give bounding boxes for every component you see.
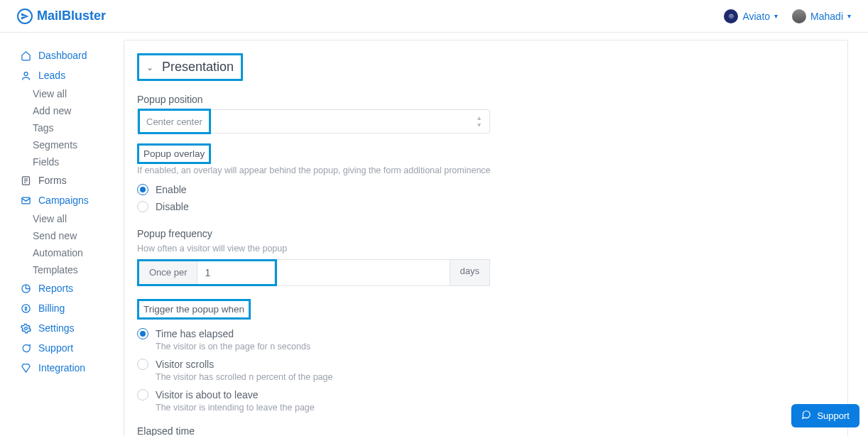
frequency-spacer[interactable] bbox=[277, 259, 450, 286]
form-icon bbox=[20, 175, 31, 186]
sidebar-item-settings[interactable]: Settings bbox=[20, 318, 121, 338]
chat-bubble-icon bbox=[801, 410, 811, 422]
avatar bbox=[792, 9, 806, 23]
radio-leave-label: Visitor is about to leave bbox=[156, 389, 259, 400]
sidebar-sub-camp-automation[interactable]: Automation bbox=[20, 244, 121, 261]
sidebar-item-leads[interactable]: Leads bbox=[20, 65, 121, 85]
sidebar-item-label: Dashboard bbox=[38, 50, 87, 61]
popup-position-label: Popup position bbox=[137, 94, 835, 105]
popup-position-select[interactable]: Center center ▴▾ bbox=[137, 109, 490, 133]
main-content: ⌄ Presentation Popup position Center cen… bbox=[121, 33, 868, 436]
gear-icon bbox=[20, 322, 31, 334]
radio-leave-help: The visitor is intending to leave the pa… bbox=[137, 403, 835, 413]
sidebar-item-reports[interactable]: Reports bbox=[20, 278, 121, 298]
sidebar-item-label: Leads bbox=[38, 70, 65, 81]
user-menu[interactable]: Mahadi ▾ bbox=[792, 9, 851, 23]
once-per-addon: Once per bbox=[139, 261, 197, 284]
radio-time-elapsed-help: The visitor is on the page for n seconds bbox=[137, 342, 835, 351]
popup-overlay-label: Popup overlay bbox=[137, 143, 211, 164]
billing-icon bbox=[20, 303, 31, 314]
diamond-icon bbox=[20, 362, 31, 374]
sidebar-sub-view-all[interactable]: View all bbox=[20, 85, 121, 102]
sidebar-item-campaigns[interactable]: Campaigns bbox=[20, 190, 121, 210]
sidebar-item-label: Forms bbox=[38, 175, 67, 186]
sidebar-sub-camp-view-all[interactable]: View all bbox=[20, 210, 121, 227]
popup-overlay-help: If enabled, an overlay will appear behin… bbox=[137, 165, 835, 175]
svg-point-0 bbox=[24, 72, 28, 75]
chevron-down-icon: ▾ bbox=[774, 12, 778, 20]
sidebar-item-integration[interactable]: Integration bbox=[20, 358, 121, 378]
sidebar-item-label: Reports bbox=[38, 283, 73, 294]
field-elapsed-time: Elapsed time seconds bbox=[137, 425, 835, 436]
header-right: ◎ Aviato ▾ Mahadi ▾ bbox=[724, 9, 851, 23]
report-icon bbox=[20, 283, 31, 294]
home-icon bbox=[20, 50, 31, 61]
sidebar-item-support[interactable]: Support bbox=[20, 338, 121, 358]
sidebar-sub-fields[interactable]: Fields bbox=[20, 153, 121, 170]
radio-icon bbox=[137, 328, 148, 339]
radio-visitor-scrolls[interactable]: Visitor scrolls bbox=[137, 356, 835, 373]
section-title-text: Presentation bbox=[162, 60, 234, 75]
user-icon bbox=[20, 70, 31, 81]
radio-time-elapsed[interactable]: Time has elapsed bbox=[137, 325, 835, 342]
field-popup-overlay: Popup overlay If enabled, an overlay wil… bbox=[137, 143, 835, 215]
sidebar-item-label: Billing bbox=[38, 303, 65, 314]
chevron-down-icon: ▾ bbox=[847, 12, 851, 20]
sidebar-sub-tags[interactable]: Tags bbox=[20, 119, 121, 136]
select-chevron-icon: ▴▾ bbox=[469, 114, 489, 129]
support-button-label: Support bbox=[817, 410, 850, 421]
field-popup-frequency: Popup frequency How often a visitor will… bbox=[137, 228, 835, 286]
workspace-name: Aviato bbox=[742, 11, 770, 22]
sidebar-item-label: Campaigns bbox=[38, 195, 89, 206]
sidebar-item-label: Support bbox=[38, 342, 73, 354]
radio-scrolls-label: Visitor scrolls bbox=[156, 359, 214, 370]
brand-logo[interactable]: MailBluster bbox=[17, 9, 106, 24]
popup-position-value-highlight: Center center bbox=[138, 109, 211, 134]
workspace-switcher[interactable]: ◎ Aviato ▾ bbox=[724, 9, 778, 23]
workspace-badge-icon: ◎ bbox=[724, 9, 738, 23]
sidebar-sub-add-new[interactable]: Add new bbox=[20, 102, 121, 119]
popup-frequency-input-group: Once per days bbox=[137, 259, 490, 286]
days-addon: days bbox=[450, 259, 490, 286]
radio-time-elapsed-label: Time has elapsed bbox=[156, 328, 234, 339]
radio-visitor-leave[interactable]: Visitor is about to leave bbox=[137, 386, 835, 403]
top-header: MailBluster ◎ Aviato ▾ Mahadi ▾ bbox=[0, 0, 868, 33]
popup-frequency-help: How often a visitor will view the popup bbox=[137, 244, 835, 254]
radio-enable-label: Enable bbox=[156, 184, 187, 195]
brand-name: MailBluster bbox=[37, 9, 106, 23]
sidebar-item-label: Settings bbox=[38, 322, 75, 334]
section-presentation-title[interactable]: ⌄ Presentation bbox=[137, 53, 243, 81]
popup-frequency-label: Popup frequency bbox=[137, 228, 835, 239]
sidebar-sub-segments[interactable]: Segments bbox=[20, 136, 121, 153]
presentation-card: ⌄ Presentation Popup position Center cen… bbox=[124, 40, 848, 436]
trigger-label: Trigger the popup when bbox=[137, 299, 251, 320]
sidebar-sub-camp-send-new[interactable]: Send new bbox=[20, 227, 121, 244]
sidebar: Dashboard Leads View all Add new Tags Se… bbox=[0, 33, 121, 436]
chat-icon bbox=[20, 342, 31, 354]
field-popup-position: Popup position Center center ▴▾ bbox=[137, 94, 835, 133]
sidebar-item-dashboard[interactable]: Dashboard bbox=[20, 45, 121, 65]
envelope-icon bbox=[20, 195, 31, 206]
radio-disable[interactable]: Disable bbox=[137, 198, 835, 215]
radio-enable[interactable]: Enable bbox=[137, 181, 835, 198]
elapsed-time-label: Elapsed time bbox=[137, 425, 835, 436]
chevron-down-icon: ⌄ bbox=[146, 62, 153, 72]
svg-point-8 bbox=[24, 327, 27, 329]
frequency-input[interactable] bbox=[197, 261, 275, 284]
paper-plane-icon bbox=[17, 9, 33, 24]
radio-scrolls-help: The visitor has scrolled n percent of th… bbox=[137, 372, 835, 382]
field-trigger: Trigger the popup when Time has elapsed … bbox=[137, 299, 835, 413]
sidebar-sub-camp-templates[interactable]: Templates bbox=[20, 261, 121, 278]
radio-icon bbox=[137, 389, 148, 400]
radio-icon bbox=[137, 201, 148, 212]
sidebar-item-label: Integration bbox=[38, 362, 85, 374]
sidebar-item-forms[interactable]: Forms bbox=[20, 170, 121, 190]
user-name: Mahadi bbox=[810, 11, 843, 22]
popup-position-value: Center center bbox=[146, 116, 202, 127]
radio-icon bbox=[137, 184, 148, 195]
support-button[interactable]: Support bbox=[791, 404, 859, 427]
frequency-highlight: Once per bbox=[137, 259, 277, 286]
radio-disable-label: Disable bbox=[156, 201, 189, 212]
sidebar-item-billing[interactable]: Billing bbox=[20, 298, 121, 318]
radio-icon bbox=[137, 359, 148, 370]
